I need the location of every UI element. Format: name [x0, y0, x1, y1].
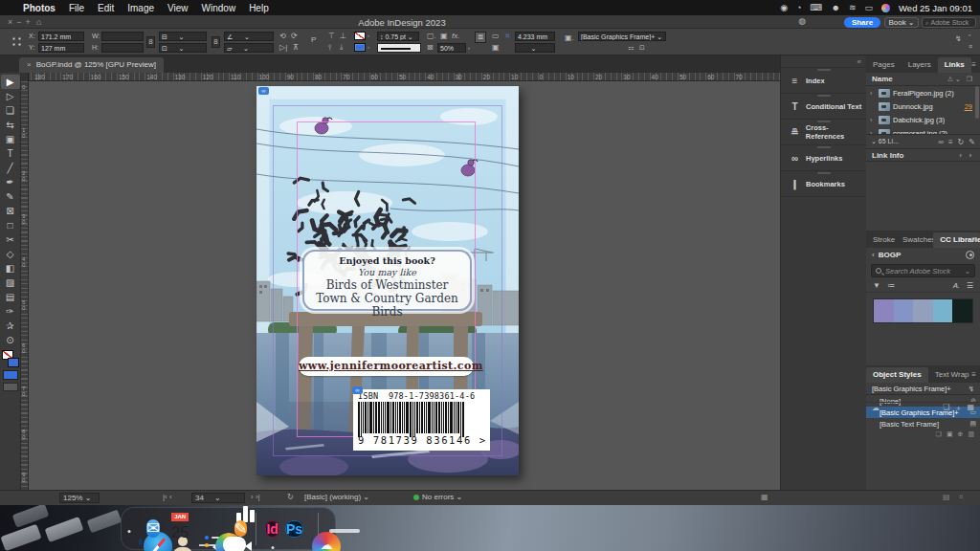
- scale-y-dropdown[interactable]: ⊡ ⌄: [159, 43, 207, 53]
- stroke-blue-swatch[interactable]: [8, 358, 19, 367]
- opacity-flyout-arrow[interactable]: ›: [468, 43, 470, 53]
- new-style-icon[interactable]: ⊕: [958, 430, 964, 438]
- first-page-button[interactable]: |‹ ‹: [163, 493, 172, 501]
- clear-overrides-icon[interactable]: ▣: [947, 430, 953, 438]
- close-tab-icon[interactable]: ×: [27, 60, 32, 69]
- ruler-origin-corner[interactable]: [21, 73, 29, 81]
- scissors-tool[interactable]: ✂: [1, 232, 20, 247]
- tab-text-wrap[interactable]: Text Wrap: [928, 367, 976, 383]
- adobe-stock-search[interactable]: ⌕ Adobe Stock: [922, 17, 976, 28]
- dock-app-indesign[interactable]: Id: [265, 513, 278, 545]
- user-icon[interactable]: ☻: [832, 3, 840, 12]
- control-center-avatar[interactable]: [881, 4, 890, 12]
- panel-mini-icon-1[interactable]: ▤: [943, 493, 950, 501]
- color-swatch-3[interactable]: [933, 299, 953, 322]
- quick-apply-bolt-icon[interactable]: ↯: [969, 385, 974, 393]
- dock-app-photoshop[interactable]: Ps: [285, 513, 303, 545]
- quick-apply-icon[interactable]: ↯: [955, 34, 962, 44]
- clock-icon[interactable]: ◔: [796, 3, 801, 12]
- new-group-icon[interactable]: ❏: [943, 403, 949, 413]
- tab-pages[interactable]: Pages: [866, 57, 902, 73]
- panel-mini-icon-2[interactable]: ⌗: [959, 493, 964, 502]
- wifi-icon[interactable]: ≋: [849, 3, 857, 12]
- links-sort-icons[interactable]: ⚠⌄ ❐: [947, 76, 974, 83]
- isbn-barcode-frame[interactable]: ISBN 978-1-7398361-4-6 9 781739 836146 >: [353, 389, 490, 451]
- link-badge-icon[interactable]: ∞: [258, 87, 269, 95]
- links-name-header[interactable]: Name ⚠⌄ ❐: [866, 73, 980, 86]
- style-override-icon[interactable]: ⚏: [628, 43, 634, 53]
- menu-item-file[interactable]: File: [69, 3, 84, 13]
- select-container-icon[interactable]: P: [311, 35, 316, 45]
- update-link-icon[interactable]: ↻: [958, 138, 965, 146]
- panel-dock-conditional-text[interactable]: TConditional Text: [781, 94, 866, 120]
- horizontal-ruler[interactable]: 1801701601501401301201101009080706050403…: [21, 73, 780, 81]
- link-row[interactable]: Dunnock.jpg29: [866, 99, 980, 113]
- reference-point-grid[interactable]: [11, 35, 24, 49]
- zoom-level-dropdown[interactable]: 125% ⌄: [59, 493, 100, 503]
- h-field[interactable]: [101, 43, 144, 53]
- delete-style-icon[interactable]: ▥: [968, 430, 974, 438]
- gap-tool[interactable]: ⇆: [1, 118, 20, 132]
- library-back-row[interactable]: ‹BOGP: [866, 248, 980, 262]
- app-menu-photos[interactable]: Photos: [23, 3, 56, 13]
- add-item-icon[interactable]: ＋: [954, 403, 962, 413]
- selection-tool[interactable]: ▶: [1, 75, 20, 89]
- document-page[interactable]: ∞ Enjoyed this book? You may like Birds …: [256, 86, 519, 475]
- last-page-button[interactable]: › ›|: [251, 493, 260, 501]
- battery-icon[interactable]: ▭: [865, 3, 874, 12]
- rotation-angle-dropdown[interactable]: ∠ ⌄: [224, 32, 274, 41]
- menu-bar-clock[interactable]: Wed 25 Jan 09:01: [899, 3, 972, 13]
- preflight-profile-dropdown[interactable]: [Basic] (working) ⌄: [304, 493, 369, 501]
- link-info-nav-arrows[interactable]: ‹ ›: [959, 152, 974, 159]
- library-color-theme[interactable]: [873, 298, 973, 323]
- rotate-cw-icon[interactable]: ⟳: [291, 32, 298, 41]
- workspace-dropdown[interactable]: Book ⌄: [884, 17, 919, 28]
- link-info-header[interactable]: Link Info ‹ ›: [866, 148, 980, 162]
- note-tool[interactable]: ▤: [1, 290, 20, 304]
- corner-radius-field[interactable]: 4.233 mm: [515, 32, 555, 41]
- vertical-ruler[interactable]: 0102030405060708090: [21, 81, 29, 490]
- website-text-frame[interactable]: www.jennifermooreartist.com: [299, 357, 474, 376]
- align-top-icon[interactable]: ⊤: [328, 32, 335, 41]
- panel-menu-icon[interactable]: ≡: [971, 235, 976, 244]
- object-style-dropdown[interactable]: [Basic Graphics Frame]+ ⌄: [578, 32, 666, 41]
- panel-dock-hyperlinks[interactable]: ∞Hyperlinks: [781, 145, 866, 171]
- w-field[interactable]: [101, 32, 144, 41]
- preflight-sync-icon[interactable]: ↻: [287, 493, 294, 501]
- corner-shape-dropdown[interactable]: ⌄: [515, 43, 555, 53]
- view-list-icon[interactable]: ☰: [967, 281, 973, 291]
- page-grid-icon[interactable]: ▦: [761, 493, 768, 501]
- pencil-tool[interactable]: ✎: [1, 189, 20, 204]
- stroke-weight-field[interactable]: ↕ 0.75 pt ⌄: [377, 32, 419, 41]
- library-search-field[interactable]: Search Adobe Stock ⌄: [871, 264, 975, 277]
- shear-angle-dropdown[interactable]: ▱ ⌄: [224, 43, 274, 53]
- pen-tool[interactable]: ✒: [1, 175, 20, 189]
- frame-fitting-button[interactable]: ≣: [475, 32, 486, 43]
- gradient-tool[interactable]: ◧: [1, 261, 20, 276]
- fill-flyout-arrow[interactable]: ›: [368, 31, 369, 40]
- wrap-none-icon[interactable]: ▭: [492, 32, 500, 41]
- color-swatch-2[interactable]: [913, 299, 933, 322]
- corner-options-icon[interactable]: ▢.: [427, 32, 436, 41]
- panel-options-icon[interactable]: ▫: [969, 31, 970, 40]
- distribute-icon[interactable]: ⫯: [328, 43, 331, 53]
- object-style-row[interactable]: [Basic Text Frame]▤: [866, 418, 980, 430]
- tab-swatches[interactable]: Swatches: [896, 232, 933, 248]
- expand-arrow-icon[interactable]: ›: [870, 117, 876, 123]
- tab-stroke[interactable]: Stroke: [866, 232, 896, 248]
- page-number-field[interactable]: 34 ⌄: [191, 493, 245, 503]
- link-row[interactable]: ›cormorant.jpg (2): [866, 126, 980, 134]
- dock-app-calendar[interactable]: JAN25: [171, 513, 189, 544]
- panel-dock-index[interactable]: ≡Index: [781, 68, 866, 94]
- rotate-ccw-icon[interactable]: ⟲: [279, 32, 286, 41]
- free-transform-tool[interactable]: ◇: [1, 247, 20, 261]
- x-field[interactable]: 171.2 mm: [38, 32, 84, 41]
- links-count[interactable]: ⌄ 65 Li...: [871, 138, 899, 145]
- apply-color-button[interactable]: [3, 370, 18, 380]
- expand-panels-icon[interactable]: «: [858, 57, 861, 66]
- goto-link-icon[interactable]: ≡: [948, 138, 953, 146]
- screen-mode-button[interactable]: [3, 383, 18, 391]
- preflight-status[interactable]: No errors ⌄: [413, 493, 462, 501]
- edit-original-icon[interactable]: ✎: [969, 138, 975, 146]
- distribute2-icon[interactable]: ⫰: [340, 43, 343, 53]
